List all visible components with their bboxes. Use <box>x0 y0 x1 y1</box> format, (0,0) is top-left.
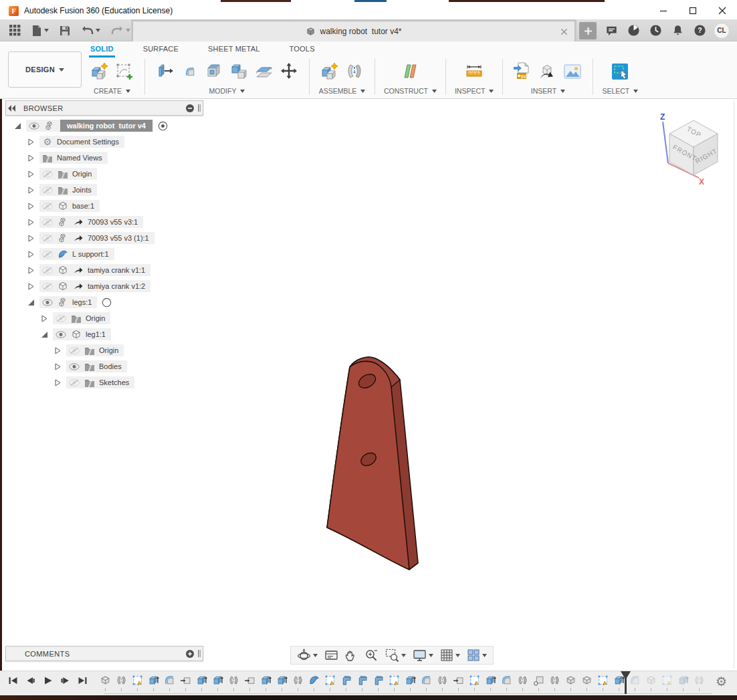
recent-activity-button[interactable] <box>645 22 667 39</box>
timeline-feature-fillet[interactable] <box>418 673 434 693</box>
timeline-feature-extrude[interactable] <box>193 673 209 693</box>
document-tab[interactable]: walking robot tutor v4* <box>132 21 575 41</box>
timeline-feature-joint[interactable] <box>514 673 530 693</box>
browser-node-label[interactable]: 70093 v55 v3:1 <box>88 218 138 226</box>
close-tab-icon[interactable] <box>558 26 569 37</box>
browser-panel-header[interactable]: BROWSER <box>5 100 203 116</box>
look-at-button[interactable] <box>321 647 342 663</box>
timeline-feature-joint[interactable] <box>546 673 562 693</box>
collapse-arrow-icon[interactable] <box>40 330 49 339</box>
visibility-eye-off-icon[interactable] <box>41 201 54 211</box>
browser-node-label[interactable]: base:1 <box>72 202 94 210</box>
browser-node-label[interactable]: Named Views <box>57 154 102 162</box>
timeline-playhead[interactable] <box>620 671 631 695</box>
new-tab-button[interactable] <box>579 22 597 39</box>
visibility-eye-off-icon[interactable] <box>41 249 54 259</box>
expand-arrow-icon[interactable] <box>27 154 35 162</box>
minimize-button[interactable] <box>649 2 678 19</box>
visibility-eye-off-icon[interactable] <box>41 169 54 179</box>
collapse-arrow-icon[interactable] <box>13 122 22 130</box>
timeline-feature-body[interactable] <box>562 673 578 693</box>
undo-button[interactable] <box>76 22 106 39</box>
expand-arrow-icon[interactable] <box>27 218 35 227</box>
timeline-feature-fillet[interactable] <box>498 673 514 693</box>
visibility-eye-off-icon[interactable] <box>55 314 67 323</box>
notifications-button[interactable] <box>667 22 689 39</box>
timeline-feature-rigid-group[interactable] <box>530 673 546 693</box>
expand-arrow-icon[interactable] <box>27 138 35 146</box>
timeline-feature-sweep[interactable] <box>338 673 354 693</box>
zoom-button[interactable] <box>361 647 382 663</box>
browser-node-label[interactable]: walking robot tutor v4 <box>60 120 152 132</box>
display-settings-button[interactable] <box>409 647 437 663</box>
app-launcher-button[interactable] <box>4 22 26 39</box>
expand-arrow-icon[interactable] <box>27 266 35 275</box>
ribbon-group-label[interactable]: ASSEMBLE <box>319 87 366 95</box>
expand-arrow-icon[interactable] <box>27 250 35 259</box>
ribbon-icon-combine[interactable] <box>228 59 251 84</box>
timeline-feature-sketch[interactable] <box>466 673 482 693</box>
visibility-eye-off-icon[interactable] <box>41 265 54 275</box>
timeline-feature-derive[interactable] <box>177 673 193 693</box>
browser-node-label[interactable]: Document Settings <box>57 138 119 146</box>
ribbon-icon-new-component[interactable] <box>88 59 111 84</box>
viewcube[interactable]: Z X TOP FRONT RIGHT <box>657 111 734 188</box>
browser-node-label[interactable]: tamiya crank v1:1 <box>88 266 145 274</box>
play-button[interactable] <box>41 675 54 687</box>
ribbon-group-label[interactable]: SELECT <box>602 87 638 95</box>
ribbon-tab-sheet-metal[interactable]: SHEET METAL <box>207 43 261 57</box>
panel-drag-grip[interactable] <box>196 648 203 660</box>
ribbon-group-label[interactable]: CONSTRUCT <box>384 87 437 95</box>
ribbon-icon-assemble-component[interactable] <box>318 59 341 84</box>
collapse-panel-icon[interactable] <box>6 102 18 114</box>
timeline-feature-joint[interactable] <box>434 673 450 693</box>
visibility-eye-icon[interactable] <box>41 298 54 307</box>
step-forward-button[interactable] <box>59 675 71 687</box>
expand-arrow-icon[interactable] <box>27 202 35 211</box>
fit-button[interactable] <box>382 647 409 663</box>
comments-panel-header[interactable]: COMMENTS <box>5 646 203 661</box>
panel-drag-grip[interactable] <box>196 102 203 114</box>
expand-arrow-icon[interactable] <box>40 314 49 323</box>
timeline-feature-sketch[interactable] <box>386 673 402 693</box>
ribbon-icon-insert-svg[interactable]: SVG <box>512 59 534 84</box>
activate-component-radio[interactable] <box>102 298 112 308</box>
orbit-button[interactable] <box>294 647 321 663</box>
expand-arrow-icon[interactable] <box>27 170 35 179</box>
browser-node-label[interactable]: Origin <box>99 346 118 354</box>
browser-node-label[interactable]: Joints <box>72 186 92 194</box>
comments-panel-button[interactable] <box>601 22 623 39</box>
save-button[interactable] <box>54 22 76 39</box>
ribbon-group-label[interactable]: INSERT <box>531 87 565 95</box>
timeline-feature-body[interactable] <box>97 673 113 693</box>
ribbon-group-label[interactable]: INSPECT <box>455 87 494 95</box>
add-comment-icon[interactable] <box>184 648 196 660</box>
timeline-feature-extrude[interactable] <box>257 673 274 693</box>
model-leg-body[interactable] <box>304 344 438 578</box>
expand-arrow-icon[interactable] <box>27 234 35 243</box>
workspace-selector[interactable]: DESIGN <box>8 51 82 88</box>
browser-node-label[interactable]: Bodies <box>99 362 122 370</box>
pan-button[interactable] <box>342 647 361 663</box>
timeline-feature-extrude[interactable] <box>675 673 691 693</box>
timeline-feature-extrude[interactable] <box>274 673 290 693</box>
expand-arrow-icon[interactable] <box>54 378 62 387</box>
expand-arrow-icon[interactable] <box>54 346 62 355</box>
timeline-feature-sketch[interactable] <box>129 673 145 693</box>
visibility-eye-off-icon[interactable] <box>41 217 54 227</box>
timeline-feature-sketch[interactable] <box>595 673 611 693</box>
go-to-beginning-button[interactable] <box>7 675 19 687</box>
timeline-feature-joint[interactable] <box>691 673 707 693</box>
timeline-feature-extrude[interactable] <box>145 673 161 693</box>
ribbon-icon-construction-plane[interactable] <box>399 59 421 84</box>
ribbon-tab-solid[interactable]: SOLID <box>89 43 115 57</box>
ribbon-icon-canvas-image[interactable] <box>561 59 584 84</box>
visibility-eye-icon[interactable] <box>55 330 67 339</box>
timeline-feature-body[interactable] <box>643 673 659 693</box>
timeline-feature-sweep[interactable] <box>370 673 386 693</box>
visibility-eye-off-icon[interactable] <box>68 378 80 387</box>
visibility-eye-off-icon[interactable] <box>41 185 54 195</box>
browser-node-label[interactable]: Origin <box>86 314 105 322</box>
grid-snap-settings-button[interactable] <box>437 647 463 663</box>
browser-node-label[interactable]: legs:1 <box>72 298 92 306</box>
